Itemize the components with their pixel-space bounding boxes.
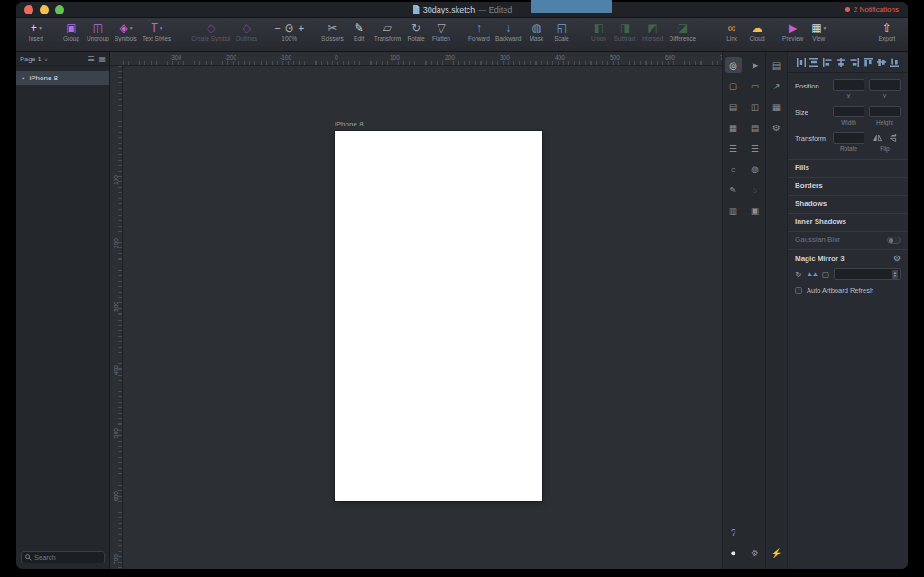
zoom-lens-icon[interactable]: ⊙ bbox=[285, 22, 294, 34]
pencil-icon[interactable]: ✎ bbox=[725, 181, 742, 198]
mask-button[interactable]: ◍ Mask bbox=[526, 22, 546, 42]
settings-icon[interactable]: ⚙ bbox=[769, 119, 785, 135]
components-icon[interactable]: ◫ bbox=[747, 98, 763, 115]
auto-refresh-label: Auto Artboard Refresh bbox=[807, 286, 873, 294]
disclosure-triangle-icon[interactable]: ▼ bbox=[21, 76, 25, 81]
forward-button[interactable]: ↑ Forward bbox=[468, 22, 490, 42]
position-x-input[interactable] bbox=[833, 79, 864, 91]
chevron-down-icon: ▾ bbox=[160, 25, 162, 31]
appearance-icon[interactable]: ● bbox=[725, 544, 742, 561]
flatten-button[interactable]: ▽ Flatten bbox=[431, 22, 451, 42]
align-vertical-middle-icon[interactable] bbox=[875, 57, 887, 68]
preview-button[interactable]: ▶ Preview bbox=[782, 22, 803, 42]
ellipse-icon[interactable]: ○ bbox=[725, 161, 742, 177]
cursor-icon[interactable]: ➤ bbox=[747, 57, 763, 73]
list-view-icon[interactable]: ☰ bbox=[88, 55, 94, 63]
mirror-source-select[interactable]: ▴ ▾ bbox=[834, 268, 901, 280]
blur-toggle[interactable] bbox=[887, 237, 901, 244]
circle-icon[interactable]: ◌ bbox=[747, 181, 763, 198]
align-top-icon[interactable] bbox=[862, 57, 873, 68]
grid-icon[interactable]: ▦ bbox=[725, 119, 742, 135]
align-left-icon[interactable] bbox=[822, 57, 834, 68]
insert-artboard-icon[interactable]: ▢ bbox=[725, 78, 742, 94]
horizontal-ruler[interactable]: -300 -200 -100 0 100 200 300 400 500 600… bbox=[123, 52, 722, 66]
height-label: Height bbox=[876, 119, 893, 126]
table-icon[interactable]: ▥ bbox=[725, 202, 742, 219]
lightning-icon[interactable]: ⚡ bbox=[769, 544, 785, 561]
stats-icon[interactable]: ▦ bbox=[769, 98, 785, 115]
zoom-window-button[interactable] bbox=[55, 5, 64, 14]
view-button[interactable]: ▦▾ View bbox=[808, 22, 828, 42]
canvas[interactable]: -300 -200 -100 0 100 200 300 400 500 600… bbox=[110, 52, 722, 569]
create-symbol-button[interactable]: ◇ Create Symbol bbox=[191, 22, 230, 42]
ungroup-button[interactable]: ◫ Ungroup bbox=[87, 22, 109, 42]
rotate-button[interactable]: ↻ Rotate bbox=[406, 22, 426, 42]
group-button[interactable]: ▣ Group bbox=[61, 22, 81, 42]
zoom-in-button[interactable]: + bbox=[299, 23, 304, 33]
inner-shadows-section-header[interactable]: Inner Shadows bbox=[788, 213, 908, 226]
image-icon[interactable]: ▤ bbox=[725, 98, 742, 115]
flip-vertical-icon[interactable] bbox=[889, 133, 897, 143]
transform-row: Transform Rotate Flip bbox=[788, 126, 908, 152]
layer-item-iphone8[interactable]: ▼ iPhone 8 bbox=[16, 71, 109, 85]
cloud-button[interactable]: ☁ Cloud bbox=[747, 22, 767, 42]
difference-button[interactable]: ◪ Difference bbox=[670, 22, 697, 42]
library-icon[interactable]: ▤ bbox=[769, 57, 785, 73]
flip-horizontal-icon[interactable] bbox=[873, 134, 882, 142]
symbols-button[interactable]: ◈▾ Symbols bbox=[115, 22, 137, 42]
list-icon[interactable]: ☰ bbox=[725, 140, 742, 156]
align-bottom-icon[interactable] bbox=[889, 57, 901, 68]
chevron-down-icon: ∨ bbox=[44, 56, 48, 62]
align-horizontal-center-icon[interactable] bbox=[836, 57, 847, 68]
document-icon[interactable]: ▣ bbox=[747, 202, 763, 219]
vertical-ruler[interactable]: 100 200 300 400 500 600 700 bbox=[110, 66, 123, 569]
difference-icon: ◪ bbox=[678, 22, 688, 34]
artboard-small-icon[interactable]: ▢ bbox=[821, 270, 829, 279]
union-button[interactable]: ◧ Union bbox=[588, 22, 608, 42]
auto-refresh-checkbox[interactable] bbox=[795, 287, 802, 294]
insert-button[interactable]: +▾ Insert bbox=[26, 22, 46, 42]
page-panel-toggle-icon[interactable]: ▦ bbox=[98, 55, 106, 63]
export-button[interactable]: ⇧ Export bbox=[877, 22, 897, 42]
swatch-icon[interactable]: ◍ bbox=[747, 161, 763, 177]
distribute-vertically-icon[interactable] bbox=[808, 57, 820, 68]
share-icon[interactable]: ↗ bbox=[769, 78, 785, 94]
backward-button[interactable]: ↓ Backward bbox=[495, 22, 522, 42]
intersect-button[interactable]: ◩ Intersect bbox=[642, 22, 664, 42]
transform-button[interactable]: ▱ Transform bbox=[374, 22, 401, 42]
help-icon[interactable]: ? bbox=[725, 525, 742, 541]
artboard-title[interactable]: iPhone 8 bbox=[335, 120, 364, 128]
target-icon[interactable]: ◎ bbox=[725, 57, 742, 73]
refresh-icon[interactable]: ↻ bbox=[795, 270, 802, 279]
close-window-button[interactable] bbox=[24, 5, 33, 14]
minimize-window-button[interactable] bbox=[40, 5, 49, 14]
shadows-section-header[interactable]: Shadows bbox=[788, 195, 908, 208]
layout-icon[interactable]: ▤ bbox=[747, 119, 763, 135]
link-button[interactable]: ∞ Link bbox=[722, 22, 742, 42]
align-right-icon[interactable] bbox=[848, 57, 860, 68]
distribute-horizontally-icon[interactable] bbox=[795, 57, 807, 68]
search-input[interactable] bbox=[34, 554, 100, 562]
page-selector[interactable]: Page 1 ∨ bbox=[20, 55, 83, 63]
scissors-button[interactable]: ✂ Scissors bbox=[321, 22, 344, 42]
plugin-settings-gear-icon[interactable]: ⚙ bbox=[893, 254, 901, 263]
rows-icon[interactable]: ☰ bbox=[747, 140, 763, 156]
text-styles-button[interactable]: T▾ Text Styles bbox=[143, 22, 171, 42]
zoom-out-button[interactable]: − bbox=[274, 23, 280, 33]
position-y-input[interactable] bbox=[869, 79, 901, 91]
artboard-iphone8[interactable] bbox=[335, 131, 542, 501]
outlines-button[interactable]: ◇ Outlines bbox=[236, 22, 257, 42]
notifications-badge[interactable]: 2 Notifications bbox=[845, 5, 899, 14]
layer-search-field[interactable] bbox=[21, 551, 105, 563]
rotate-input[interactable] bbox=[833, 132, 864, 144]
edit-button[interactable]: ✎ Edit bbox=[349, 22, 369, 42]
subtract-button[interactable]: ◨ Subtract bbox=[614, 22, 635, 42]
height-input[interactable] bbox=[869, 106, 901, 117]
frame-icon[interactable]: ▭ bbox=[747, 78, 763, 94]
width-input[interactable] bbox=[833, 106, 864, 117]
mirror-triangles-icon[interactable]: ▲▲ bbox=[807, 270, 818, 278]
fills-section-header[interactable]: Fills bbox=[788, 159, 908, 172]
borders-section-header[interactable]: Borders bbox=[788, 177, 908, 190]
scale-button[interactable]: ◱ Scale bbox=[551, 22, 571, 42]
gear-icon[interactable]: ⚙ bbox=[747, 544, 763, 561]
